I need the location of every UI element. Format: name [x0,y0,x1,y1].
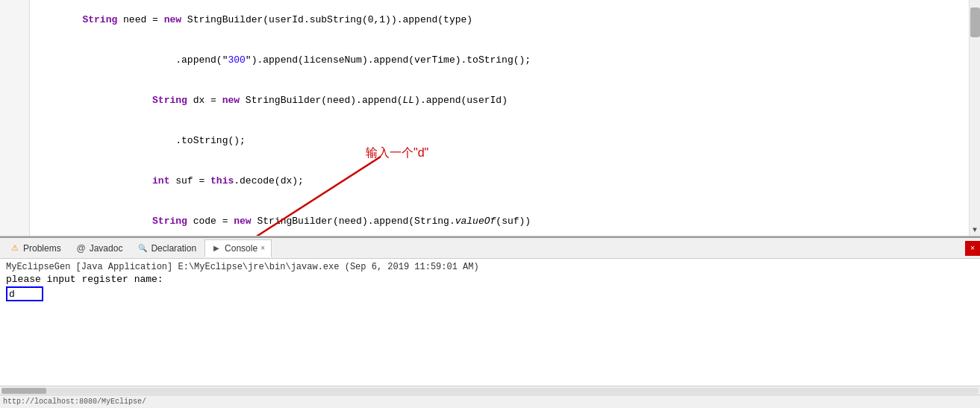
keyword-string: String [152,216,187,227]
status-text: http://localhost:8080/MyEclipse/ [3,398,146,406]
status-bar: http://localhost:8080/MyEclipse/ [0,395,980,408]
tab-console-label: Console [225,243,258,254]
problems-icon: ⚠ [10,243,20,254]
console-input-area [6,286,974,301]
editor-scrollbar[interactable]: ▼ [969,0,980,236]
console-header: MyEclipseGen [Java Application] E:\MyEcl… [6,262,974,272]
tab-javadoc-label: Javadoc [90,243,123,254]
keyword-new: new [222,95,240,106]
bottom-scrollbar[interactable] [0,386,980,395]
keyword-string: String [152,95,187,106]
italic-text: LL [403,95,415,106]
code-line: String code = new StringBuilder(need).ap… [36,201,963,236]
close-all-button[interactable]: × [965,241,980,256]
italic-valueof: valueOf [455,216,496,227]
keyword-new: new [234,216,251,227]
keyword: String [82,14,117,25]
console-content: MyEclipseGen [Java Application] E:\MyEcl… [0,259,980,386]
keyword-int: int [152,175,169,186]
code-line: String need = new StringBuilder(userId.s… [36,0,963,40]
javadoc-icon: @ [76,243,87,254]
code-content[interactable]: String need = new StringBuilder(userId.s… [30,0,969,236]
console-icon: ▶ [211,243,222,254]
tab-problems-label: Problems [23,243,61,254]
scrollbar-thumb[interactable] [1,388,46,394]
declaration-icon: 🔍 [137,243,148,254]
keyword-this: this [210,175,234,186]
line-numbers [0,0,30,236]
scrollbar-down-icon[interactable]: ▼ [973,226,977,234]
tab-bar: ⚠ Problems @ Javadoc 🔍 Declaration ▶ Con… [0,238,980,259]
scrollbar-thumb[interactable] [970,7,980,37]
keyword-new: new [164,14,181,25]
code-line: int suf = this.decode(dx); [36,161,963,201]
number-literal: 300 [228,54,245,66]
code-editor: String need = new StringBuilder(userId.s… [0,0,980,236]
ide-container: String need = new StringBuilder(userId.s… [0,0,980,408]
tab-javadoc[interactable]: @ Javadoc [69,239,130,257]
code-line: .append("300").append(licenseNum).append… [36,40,963,81]
console-close-icon[interactable]: × [260,244,265,252]
tab-declaration[interactable]: 🔍 Declaration [131,239,203,257]
tab-declaration-label: Declaration [151,243,196,254]
code-line: .toString(); [36,121,963,161]
console-output: please input register name: [6,274,974,285]
bottom-panel: ⚠ Problems @ Javadoc 🔍 Declaration ▶ Con… [0,236,980,408]
code-line: String dx = new StringBuilder(need).appe… [36,81,963,121]
scrollbar-track [1,388,979,394]
console-input[interactable] [6,286,43,301]
close-all-icon: × [970,244,976,253]
tab-problems[interactable]: ⚠ Problems [3,239,68,257]
tab-console[interactable]: ▶ Console × [205,239,272,257]
